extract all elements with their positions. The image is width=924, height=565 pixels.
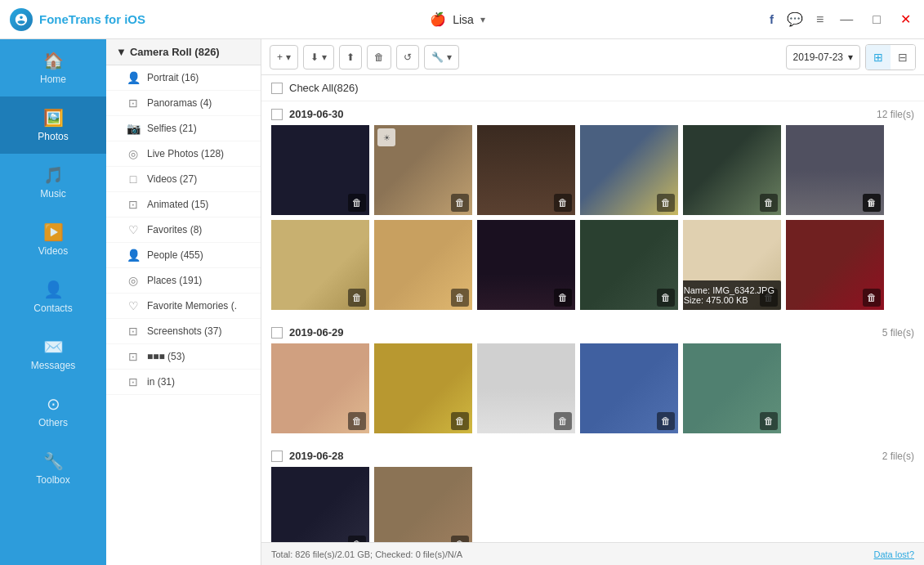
date-filter-chevron: ▾: [848, 52, 853, 63]
photo-thumb[interactable]: 🗑: [374, 467, 472, 542]
album-item-favorite-memories[interactable]: ♡ Favorite Memories (.: [106, 294, 261, 319]
sidebar-item-contacts[interactable]: 👤 Contacts: [0, 268, 106, 325]
delete-thumb-icon[interactable]: 🗑: [451, 194, 469, 212]
delete-button[interactable]: 🗑: [367, 45, 391, 70]
album-item-in[interactable]: ⊡ in (31): [106, 370, 261, 395]
delete-thumb-icon[interactable]: 🗑: [348, 289, 366, 307]
import-icon: ⬇: [310, 52, 319, 63]
in-label: in (31): [147, 376, 175, 388]
delete-thumb-icon[interactable]: 🗑: [863, 289, 881, 307]
photo-thumb[interactable]: 🗑: [580, 220, 678, 310]
photo-thumb[interactable]: 🗑: [580, 343, 678, 433]
maximize-button[interactable]: □: [869, 11, 884, 29]
photo-thumb-with-tooltip[interactable]: 🗑 Name: IMG_6342.JPG Size: 475.00 KB: [683, 220, 781, 310]
album-item-animated[interactable]: ⊡ Animated (15): [106, 192, 261, 217]
import-button[interactable]: ⬇ ▾: [303, 45, 334, 70]
export-icon: ⬆: [346, 52, 355, 63]
sidebar-item-videos[interactable]: ▶️ Videos: [0, 211, 106, 268]
sidebar-item-music[interactable]: 🎵 Music: [0, 154, 106, 211]
export-button[interactable]: ⬆: [339, 45, 362, 70]
delete-thumb-icon[interactable]: 🗑: [554, 412, 572, 430]
photo-thumb[interactable]: 🗑: [271, 343, 369, 433]
album-item-live-photos[interactable]: ◎ Live Photos (128): [106, 141, 261, 167]
delete-thumb-icon[interactable]: 🗑: [554, 194, 572, 212]
date-checkbox-0628[interactable]: [271, 451, 283, 462]
minimize-button[interactable]: —: [837, 11, 856, 29]
contacts-label: Contacts: [33, 303, 72, 314]
panoramas-icon: ⊡: [126, 96, 141, 110]
check-all-checkbox[interactable]: [271, 83, 283, 94]
messages-label: Messages: [31, 360, 76, 371]
sidebar-item-toolbox[interactable]: 🔧 Toolbox: [0, 440, 106, 497]
portrait-icon: 👤: [126, 71, 141, 84]
close-button[interactable]: ✕: [897, 10, 914, 29]
album-item-panoramas[interactable]: ⊡ Panoramas (4): [106, 91, 261, 116]
delete-thumb-icon[interactable]: 🗑: [451, 289, 469, 307]
photo-thumb[interactable]: 🗑: [580, 125, 678, 215]
delete-thumb-icon[interactable]: 🗑: [554, 289, 572, 307]
album-item-favorites[interactable]: ♡ Favorites (8): [106, 217, 261, 243]
album-item-hidden[interactable]: ⊡ ■■■ (53): [106, 344, 261, 370]
album-item-selfies[interactable]: 📷 Selfies (21): [106, 116, 261, 141]
live-photos-icon: ◎: [126, 147, 141, 160]
expand-icon[interactable]: ▼: [116, 46, 127, 58]
delete-thumb-icon[interactable]: 🗑: [863, 194, 881, 212]
facebook-icon[interactable]: f: [770, 12, 774, 26]
album-item-places[interactable]: ◎ Places (191): [106, 268, 261, 294]
photo-thumb[interactable]: 🗑: [271, 220, 369, 310]
live-photo-icon: ☀: [377, 128, 395, 146]
album-videos-label: Videos (27): [147, 173, 197, 185]
delete-thumb-icon[interactable]: 🗑: [348, 412, 366, 430]
photos-label: Photos: [38, 131, 68, 142]
photo-thumb[interactable]: 🗑: [786, 220, 884, 310]
chevron-down-icon[interactable]: ▾: [480, 14, 485, 25]
album-item-videos[interactable]: □ Videos (27): [106, 167, 261, 192]
delete-thumb-icon[interactable]: 🗑: [451, 536, 469, 542]
tools-chevron: ▾: [447, 52, 452, 63]
photo-thumb[interactable]: ☀ 🗑: [374, 125, 472, 215]
album-item-portrait[interactable]: 👤 Portrait (16): [106, 65, 261, 91]
date-checkbox-0629[interactable]: [271, 327, 283, 339]
date-group-0629: 2019-06-29 5 file(s) 🗑 🗑 🗑 🗑: [271, 320, 914, 433]
tools-button[interactable]: 🔧 ▾: [424, 45, 459, 70]
data-lost-link[interactable]: Data lost?: [873, 549, 914, 559]
list-view-button[interactable]: ⊟: [891, 45, 915, 70]
delete-thumb-icon[interactable]: 🗑: [657, 412, 675, 430]
photo-thumb[interactable]: 🗑: [683, 343, 781, 433]
photo-thumb[interactable]: 🗑: [271, 125, 369, 215]
grid-view-button[interactable]: ⊞: [866, 45, 891, 70]
add-button[interactable]: + ▾: [270, 45, 298, 70]
photo-thumb[interactable]: 🗑: [374, 220, 472, 310]
delete-thumb-icon[interactable]: 🗑: [657, 289, 675, 307]
album-item-screenshots[interactable]: ⊡ Screenshots (37): [106, 319, 261, 344]
favorite-memories-label: Favorite Memories (.: [147, 300, 237, 312]
delete-thumb-icon[interactable]: 🗑: [348, 536, 366, 542]
date-checkbox-0630[interactable]: [271, 109, 283, 120]
menu-icon[interactable]: ≡: [816, 12, 824, 27]
date-label-0628: 2019-06-28: [289, 450, 344, 462]
photo-thumb[interactable]: ▶ 🗑: [786, 125, 884, 215]
delete-thumb-icon[interactable]: 🗑: [451, 412, 469, 430]
photo-thumb[interactable]: 🗑: [683, 125, 781, 215]
title-bar-right: f 💬 ≡ — □ ✕: [770, 10, 914, 29]
refresh-button[interactable]: ↺: [396, 45, 419, 70]
sidebar-item-photos[interactable]: 🖼️ Photos: [0, 96, 106, 154]
hidden-icon: ⊡: [126, 350, 141, 363]
status-text: Total: 826 file(s)/2.01 GB; Checked: 0 f…: [271, 549, 462, 559]
sidebar-item-home[interactable]: 🏠 Home: [0, 39, 106, 96]
album-item-people[interactable]: 👤 People (455): [106, 243, 261, 268]
photo-thumb[interactable]: 🗑: [477, 343, 575, 433]
delete-thumb-icon[interactable]: 🗑: [348, 194, 366, 212]
delete-thumb-icon[interactable]: 🗑: [760, 194, 778, 212]
sidebar-item-messages[interactable]: ✉️ Messages: [0, 325, 106, 383]
message-icon[interactable]: 💬: [787, 11, 803, 27]
photo-thumb[interactable]: 🗑: [271, 467, 369, 542]
main-layout: 🏠 Home 🖼️ Photos 🎵 Music ▶️ Videos 👤 Con…: [0, 39, 924, 565]
sidebar-item-others[interactable]: ⊙ Others: [0, 383, 106, 440]
date-filter[interactable]: 2019-07-23 ▾: [786, 45, 860, 70]
photo-thumb[interactable]: 🗑: [477, 220, 575, 310]
photo-thumb[interactable]: 🗑: [477, 125, 575, 215]
delete-thumb-icon[interactable]: 🗑: [657, 194, 675, 212]
delete-thumb-icon[interactable]: 🗑: [760, 412, 778, 430]
photo-thumb[interactable]: 🗑: [374, 343, 472, 433]
